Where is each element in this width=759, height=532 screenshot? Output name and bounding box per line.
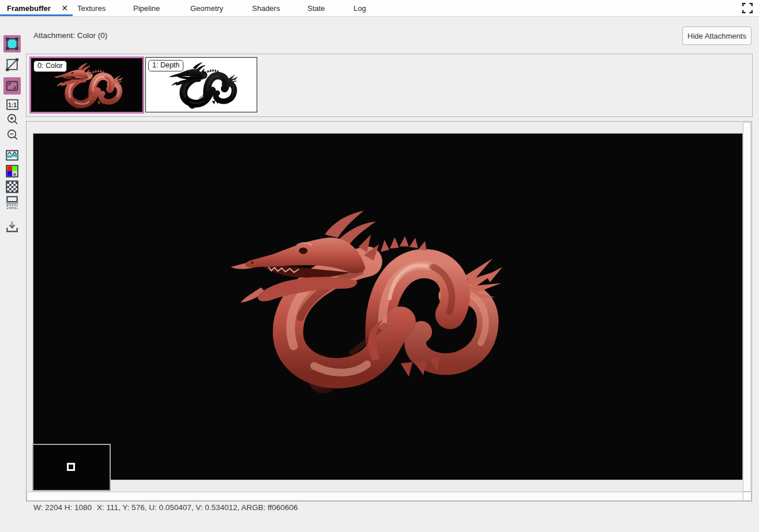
- save-download-icon: [5, 219, 20, 234]
- attachment-badge-color: 0: Color: [33, 61, 67, 72]
- pixel-context-overlay[interactable]: [32, 444, 111, 491]
- texture-empty-button[interactable]: [3, 56, 21, 73]
- tab-shaders-label: Shaders: [252, 4, 280, 13]
- tab-framebuffer-label: Framebuffer: [7, 4, 51, 13]
- tab-textures-label: Textures: [77, 4, 106, 13]
- texture-dimensions: W: 2204 H: 1080: [33, 503, 92, 512]
- texture-view[interactable]: [33, 133, 743, 480]
- framebuffer-viewer-window: Framebuffer ✕ Textures Pipeline Geometry…: [0, 0, 759, 532]
- texture-display-icon: [5, 36, 20, 51]
- tab-pipeline[interactable]: Pipeline: [133, 0, 160, 16]
- close-tab-icon[interactable]: ✕: [59, 0, 70, 16]
- alpha-checkerboard-button[interactable]: [3, 178, 21, 195]
- viewer-toolbar: 1:1: [0, 16, 26, 512]
- zoom-in-button[interactable]: [3, 111, 21, 128]
- attachment-thumbnail-color[interactable]: 0: Color: [29, 56, 144, 114]
- actual-size-icon: 1:1: [5, 97, 20, 112]
- texture-empty-diagonal-icon: [5, 57, 20, 72]
- rgba-channels-button[interactable]: A: [3, 163, 21, 180]
- tab-bar: Framebuffer ✕ Textures Pipeline Geometry…: [0, 0, 759, 17]
- pixel-info: X: 111, Y: 576, U: 0.050407, V: 0.534012…: [97, 503, 298, 512]
- hide-attachments-button[interactable]: Hide Attachments: [682, 27, 752, 45]
- svg-text:A: A: [13, 172, 17, 177]
- zoom-out-button[interactable]: [3, 126, 21, 144]
- alpha-checkerboard-icon: [5, 179, 20, 194]
- tab-geometry[interactable]: Geometry: [190, 0, 223, 16]
- tab-state-label: State: [307, 4, 325, 13]
- tab-geometry-label: Geometry: [190, 4, 223, 13]
- fit-to-window-icon: [5, 78, 20, 93]
- status-bar: W: 2204 H: 1080X: 111, Y: 576, U: 0.0504…: [33, 503, 303, 512]
- attachment-thumbnail-depth[interactable]: 1: Depth: [145, 57, 257, 112]
- vertical-scrollbar[interactable]: [743, 122, 751, 492]
- flip-vertical-icon: [5, 195, 20, 210]
- tab-framebuffer[interactable]: Framebuffer: [7, 0, 51, 16]
- range-histogram-icon: [5, 148, 20, 163]
- horizontal-scrollbar[interactable]: [27, 492, 743, 501]
- scrollbar-corner: [743, 492, 752, 501]
- attachments-panel: 0: Color 1: Depth: [26, 54, 753, 117]
- tab-state[interactable]: State: [307, 0, 325, 16]
- range-histogram-button[interactable]: [3, 147, 21, 164]
- attachment-badge-depth: 1: Depth: [148, 60, 183, 71]
- texture-viewer-panel: [26, 121, 752, 501]
- zoom-in-icon: [5, 112, 20, 127]
- tab-pipeline-label: Pipeline: [133, 4, 160, 13]
- attachment-label: Attachment: Color (0): [33, 31, 107, 40]
- save-texture-button[interactable]: [3, 218, 21, 235]
- tab-textures[interactable]: Textures: [77, 0, 106, 16]
- dragon-render: [222, 206, 504, 401]
- rgba-channels-icon: A: [5, 164, 20, 179]
- picked-pixel-indicator: [67, 463, 75, 471]
- fullscreen-icon[interactable]: [742, 3, 753, 13]
- texture-display-button[interactable]: [3, 35, 21, 52]
- svg-text:1:1: 1:1: [7, 102, 16, 108]
- tab-shaders[interactable]: Shaders: [252, 0, 280, 16]
- zoom-out-icon: [5, 128, 20, 142]
- fit-to-window-button[interactable]: [3, 77, 21, 95]
- flip-vertical-button[interactable]: [3, 194, 21, 211]
- tab-log[interactable]: Log: [354, 0, 366, 16]
- tab-log-label: Log: [354, 4, 366, 13]
